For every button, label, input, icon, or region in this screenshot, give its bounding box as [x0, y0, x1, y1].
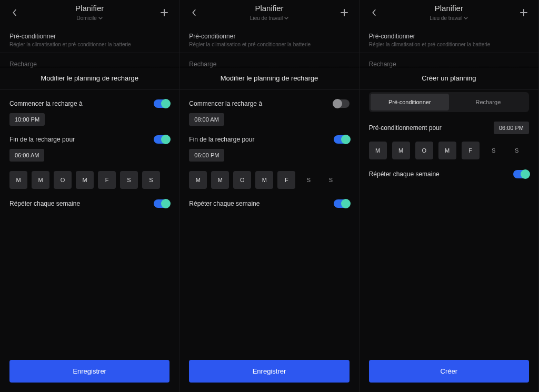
day-thu[interactable]: M	[76, 171, 94, 189]
day-tue[interactable]: M	[32, 171, 49, 189]
recharge-title: Recharge	[9, 61, 169, 68]
form: Commencer la recharge à 10:00 PM Fin de …	[0, 90, 179, 350]
day-picker: M M O M F S S	[369, 142, 529, 159]
repeat-toggle[interactable]	[154, 199, 169, 208]
recharge-title: Recharge	[369, 61, 529, 68]
page-title: Planifier	[20, 4, 159, 13]
pane-2-travail: Planifier Lieu de travail Pré-conditionn…	[179, 0, 359, 392]
day-sat[interactable]: S	[120, 171, 138, 189]
day-tue[interactable]: M	[392, 142, 410, 159]
end-label: Fin de la recharge pour	[9, 136, 75, 143]
day-wed[interactable]: O	[415, 142, 433, 159]
preconditioning-section[interactable]: Pré-conditionner Régler la climatisation…	[179, 25, 358, 53]
form: Pré-conditionnement pour 06:00 PM M M O …	[360, 122, 538, 350]
start-toggle[interactable]	[334, 99, 350, 108]
day-fri[interactable]: F	[98, 171, 116, 189]
overlay-title: Créer un planning	[360, 68, 538, 90]
topbar: Planifier Lieu de travail	[360, 0, 538, 25]
add-icon[interactable]	[339, 7, 350, 18]
repeat-label: Répéter chaque semaine	[9, 200, 80, 207]
pane-3-create: Planifier Lieu de travail Pré-conditionn…	[360, 0, 539, 392]
start-time-chip[interactable]: 10:00 PM	[9, 113, 45, 126]
title-block: Planifier Lieu de travail	[199, 4, 338, 22]
end-toggle[interactable]	[334, 135, 350, 144]
page-title: Planifier	[199, 4, 338, 13]
day-mon[interactable]: M	[9, 171, 27, 189]
chevron-down-icon	[284, 15, 288, 21]
preconditioning-section[interactable]: Pré-conditionner Régler la climatisation…	[0, 25, 179, 53]
recharge-title: Recharge	[189, 61, 349, 68]
footer: Enregistrer	[0, 350, 179, 392]
repeat-label: Répéter chaque semaine	[369, 170, 440, 178]
precond-title: Pré-conditionner	[369, 33, 529, 40]
footer: Enregistrer	[179, 350, 358, 392]
chevron-down-icon	[464, 15, 468, 21]
add-icon[interactable]	[518, 7, 529, 18]
topbar: Planifier Domicile	[0, 0, 179, 25]
back-icon[interactable]	[369, 7, 380, 18]
location-selector[interactable]: Domicile	[76, 15, 102, 21]
start-label: Commencer la recharge à	[189, 100, 262, 107]
day-mon[interactable]: M	[189, 171, 207, 189]
overlay-title: Modifier le planning de recharge	[0, 68, 179, 90]
segmented-tabs: Pré-conditionner Recharge	[369, 92, 529, 112]
day-picker: M M O M F S S	[9, 171, 169, 189]
footer: Créer	[360, 350, 538, 392]
day-sun[interactable]: S	[322, 171, 340, 189]
repeat-label: Répéter chaque semaine	[189, 200, 259, 207]
day-sat[interactable]: S	[485, 142, 503, 159]
precond-time-chip[interactable]: 06:00 PM	[494, 122, 529, 134]
tab-precondition[interactable]: Pré-conditionner	[371, 94, 449, 110]
recharge-section-peek: Recharge	[179, 53, 358, 68]
pane-1-domicile: Planifier Domicile Pré-conditionner Régl…	[0, 0, 179, 392]
day-fri[interactable]: F	[277, 171, 295, 189]
precond-sub: Régler la climatisation et pré-condition…	[369, 42, 529, 47]
day-tue[interactable]: M	[211, 171, 229, 189]
day-wed[interactable]: O	[54, 171, 72, 189]
end-time-chip[interactable]: 06:00 AM	[9, 149, 44, 162]
overlay-title: Modifier le planning de recharge	[179, 68, 358, 90]
tab-recharge[interactable]: Recharge	[449, 94, 527, 110]
day-picker: M M O M F S S	[189, 171, 349, 189]
chevron-down-icon	[98, 15, 103, 21]
day-fri[interactable]: F	[462, 142, 480, 159]
topbar: Planifier Lieu de travail	[179, 0, 358, 25]
location-selector[interactable]: Lieu de travail	[430, 15, 468, 21]
back-icon[interactable]	[189, 7, 199, 18]
save-button[interactable]: Enregistrer	[189, 360, 349, 383]
recharge-section-peek: Recharge	[0, 53, 179, 68]
precond-title: Pré-conditionner	[189, 33, 349, 40]
add-icon[interactable]	[159, 7, 169, 18]
create-button[interactable]: Créer	[369, 360, 529, 383]
precond-for-label: Pré-conditionnement pour	[369, 124, 442, 132]
start-time-chip[interactable]: 08:00 AM	[189, 113, 224, 126]
day-mon[interactable]: M	[369, 142, 387, 159]
end-time-chip[interactable]: 06:00 PM	[189, 149, 224, 162]
end-toggle[interactable]	[154, 135, 169, 144]
end-label: Fin de la recharge pour	[189, 136, 254, 143]
repeat-toggle[interactable]	[513, 170, 529, 178]
precond-title: Pré-conditionner	[9, 33, 169, 40]
day-sun[interactable]: S	[142, 171, 160, 189]
title-block: Planifier Lieu de travail	[380, 4, 518, 22]
day-thu[interactable]: M	[255, 171, 273, 189]
form: Commencer la recharge à 08:00 AM Fin de …	[179, 90, 358, 350]
start-toggle[interactable]	[154, 99, 169, 108]
day-wed[interactable]: O	[233, 171, 251, 189]
title-block: Planifier Domicile	[20, 4, 159, 22]
precond-sub: Régler la climatisation et pré-condition…	[189, 42, 349, 47]
day-thu[interactable]: M	[438, 142, 456, 159]
day-sat[interactable]: S	[300, 171, 317, 189]
repeat-toggle[interactable]	[334, 199, 350, 208]
start-label: Commencer la recharge à	[9, 100, 83, 107]
precond-sub: Régler la climatisation et pré-condition…	[9, 42, 169, 47]
location-selector[interactable]: Lieu de travail	[250, 15, 288, 21]
save-button[interactable]: Enregistrer	[9, 360, 169, 383]
page-title: Planifier	[380, 4, 518, 13]
preconditioning-section[interactable]: Pré-conditionner Régler la climatisation…	[360, 25, 538, 53]
recharge-section-peek: Recharge	[360, 53, 538, 68]
back-icon[interactable]	[9, 7, 20, 18]
day-sun[interactable]: S	[508, 142, 526, 159]
